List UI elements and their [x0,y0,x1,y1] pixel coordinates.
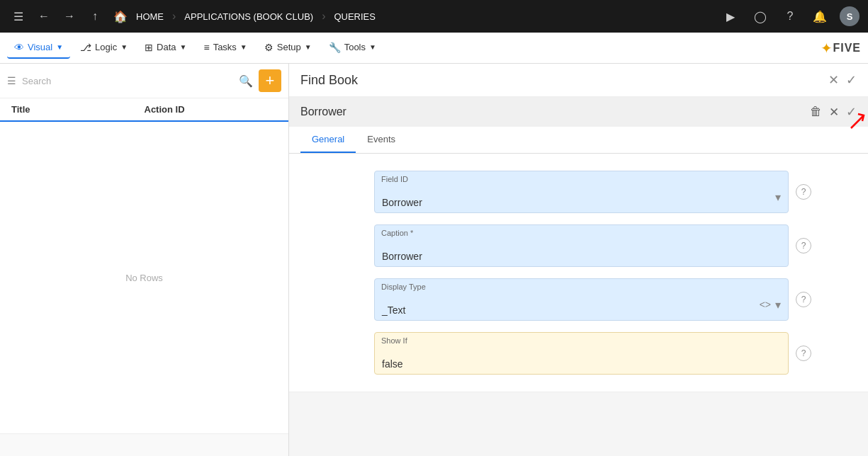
back-icon[interactable]: ← [34,6,54,26]
home-icon: 🏠 [111,6,130,26]
close-panel-icon[interactable]: ✕ [828,72,839,88]
setup-icon: ⚙ [264,42,274,53]
toolbar-data[interactable]: ⊞ Data ▼ [137,38,193,59]
bell-icon[interactable]: 🔔 [810,6,830,26]
filter-icon[interactable]: ☰ [7,75,16,86]
search-button[interactable]: 🔍 [239,74,253,88]
setup-chevron: ▼ [305,43,312,51]
five-logo: ✦ FIVE [821,40,861,57]
logo-text: FIVE [833,42,861,55]
show-if-input[interactable]: Show If false [374,332,789,375]
find-book-header: Find Book ✕ ✓ [289,64,868,97]
main-layout: ☰ 🔍 + Title Action ID No Rows Find Book … [0,64,868,456]
user-avatar[interactable]: S [840,6,859,26]
panel-title: Find Book [300,73,358,88]
borrower-title: Borrower [300,106,346,118]
up-icon[interactable]: ↑ [85,6,105,26]
display-type-wrap: Display Type _Text <> ▾ [374,278,789,321]
form-area: Field ID Borrower ▾ ? Caption * [289,154,868,392]
toolbar-tasks[interactable]: ≡ Tasks ▼ [196,38,254,59]
play-icon[interactable]: ▶ [721,6,740,26]
nav-sep-2: › [322,10,325,23]
display-type-code-icon[interactable]: <> [760,299,771,310]
show-if-wrap: Show If false [374,332,789,375]
visual-label: Visual [28,42,52,52]
col-title: Title [11,104,145,115]
left-panel: ☰ 🔍 + Title Action ID No Rows [0,64,289,456]
logic-label: Logic [95,42,117,52]
field-id-input[interactable]: Field ID Borrower ▾ [374,171,789,213]
no-rows-label: No Rows [125,273,163,283]
field-id-label: Field ID [374,171,789,183]
red-arrow-annotation [848,110,868,131]
borrower-header: Borrower 🗑 ✕ ✓ [289,97,868,127]
add-button[interactable]: + [259,69,281,92]
tab-events[interactable]: Events [356,127,407,153]
data-icon: ⊞ [145,42,153,53]
subpanel-icons: 🗑 ✕ ✓ [810,104,857,120]
toolbar-setup[interactable]: ⚙ Setup ▼ [257,38,319,59]
tasks-label: Tasks [213,42,237,52]
field-id-help-icon[interactable]: ? [796,184,811,200]
home-link[interactable]: HOME [136,11,164,22]
caption-wrap: Caption * Borrower [374,224,789,267]
setup-label: Setup [277,42,301,52]
panel-header-icons: ✕ ✓ [828,72,857,88]
logic-chevron: ▼ [120,43,128,51]
menu-icon[interactable]: ☰ [9,6,28,26]
caption-help-icon[interactable]: ? [796,238,811,253]
search-input-wrap [22,73,233,89]
app-link[interactable]: APPLICATIONS (BOOK CLUB) [184,11,313,22]
col-action-id: Action ID [145,104,278,115]
help-nav-icon[interactable]: ? [780,6,800,26]
field-id-wrap: Field ID Borrower ▾ [374,171,789,213]
close-subpanel-icon[interactable]: ✕ [829,105,839,120]
visual-chevron: ▼ [56,43,63,51]
show-if-help-icon[interactable]: ? [796,346,811,361]
left-footer [0,433,288,456]
data-label: Data [157,42,176,52]
toolbar-tools[interactable]: 🔧 Tools ▼ [322,38,383,59]
display-type-label: Display Type [374,278,789,291]
tab-general[interactable]: General [300,127,356,153]
data-chevron: ▼ [180,43,187,51]
right-panel: Find Book ✕ ✓ Borrower 🗑 ✕ ✓ [289,64,868,456]
caption-label: Caption * [374,224,789,237]
tools-icon: 🔧 [329,42,341,53]
caption-row: Caption * Borrower ? [374,224,811,267]
queries-link[interactable]: QUERIES [334,11,376,22]
tools-label: Tools [344,42,366,52]
tabs: General Events [289,127,868,154]
toolbar-logic[interactable]: ⎇ Logic ▼ [73,38,135,59]
table-header: Title Action ID [0,98,288,122]
nav-right-area: ▶ ◯ ? 🔔 S [721,6,859,26]
field-id-dropdown-icon[interactable]: ▾ [775,190,781,204]
search-nav-icon[interactable]: ◯ [750,6,770,26]
forward-icon[interactable]: → [60,6,79,26]
tasks-chevron: ▼ [240,43,247,51]
secondary-toolbar: 👁 Visual ▼ ⎇ Logic ▼ ⊞ Data ▼ ≡ Tasks ▼ … [0,33,868,64]
search-input[interactable] [22,73,233,89]
display-type-dropdown-icon[interactable]: ▾ [775,298,781,312]
show-if-label: Show If [374,332,789,345]
table-body: No Rows [0,122,288,433]
tools-chevron: ▼ [369,43,376,51]
display-type-input[interactable]: Display Type _Text <> ▾ [374,278,789,321]
confirm-panel-icon[interactable]: ✓ [846,72,857,88]
display-type-row: Display Type _Text <> ▾ ? [374,278,811,321]
show-if-value: false [382,358,781,370]
caption-value: Borrower [382,251,781,262]
caption-input[interactable]: Caption * Borrower [374,224,789,267]
field-id-value: Borrower [382,197,775,208]
logo-star-icon: ✦ [821,40,833,57]
show-if-row: Show If false ? [374,332,811,375]
logic-icon: ⎇ [80,42,91,53]
eye-icon: 👁 [14,42,24,53]
display-type-help-icon[interactable]: ? [796,292,811,307]
toolbar-visual[interactable]: 👁 Visual ▼ [7,38,70,59]
nav-sep-1: › [172,10,176,23]
display-type-value: _Text [382,304,760,316]
top-navigation: ☰ ← → ↑ 🏠 HOME › APPLICATIONS (BOOK CLUB… [0,0,868,33]
field-id-row: Field ID Borrower ▾ ? [374,171,811,213]
delete-subpanel-icon[interactable]: 🗑 [810,105,822,119]
